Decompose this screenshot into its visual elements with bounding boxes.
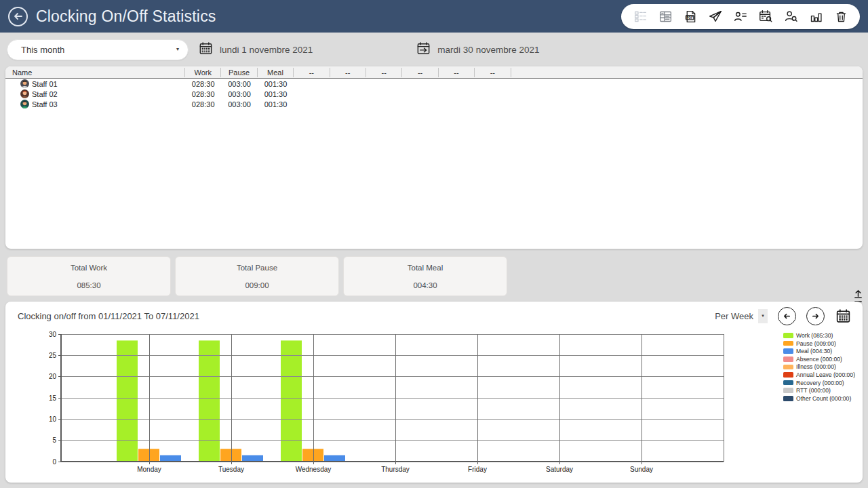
- table-row[interactable]: Staff 03028:30003:00001:30: [5, 99, 863, 109]
- legend-swatch: [783, 348, 793, 354]
- back-button[interactable]: [8, 7, 28, 26]
- legend-item-recovery: Recovery (000:00): [783, 380, 855, 386]
- legend-label: Absence (000:00): [796, 356, 842, 363]
- splitter-up-button[interactable]: [851, 288, 865, 300]
- svg-text:Friday: Friday: [468, 466, 487, 473]
- work-value: 028:30: [185, 90, 221, 98]
- column-header-extra-8[interactable]: --: [439, 68, 475, 77]
- svg-text:5: 5: [52, 436, 56, 444]
- chevron-down-icon: ▾: [758, 309, 768, 323]
- total-meal-value: 004:30: [344, 281, 507, 289]
- total-meal-card: Total Meal 004:30: [343, 256, 507, 296]
- next-period-button[interactable]: [806, 307, 825, 325]
- svg-text:Monday: Monday: [137, 466, 161, 473]
- send-icon[interactable]: [708, 9, 723, 24]
- legend-label: Work (085:30): [796, 332, 833, 339]
- meal-value: 001:30: [258, 80, 294, 88]
- view-select[interactable]: Per Week ▾: [715, 309, 768, 323]
- pause-value: 003:00: [221, 90, 257, 98]
- pause-value: 003:00: [221, 80, 257, 88]
- legend-swatch: [783, 388, 793, 393]
- legend-item-work: Work (085:30): [783, 332, 855, 339]
- table-row[interactable]: Staff 01028:30003:00001:30: [5, 79, 863, 89]
- svg-text:30: 30: [49, 331, 57, 338]
- legend-item-annual-leave: Annual Leave (000:00): [783, 371, 855, 378]
- legend-swatch: [783, 380, 793, 386]
- svg-text:Tuesday: Tuesday: [218, 466, 244, 473]
- column-header-pause[interactable]: Pause: [221, 68, 257, 77]
- legend-swatch: [783, 333, 793, 338]
- column-header-name[interactable]: Name: [5, 68, 185, 77]
- staff-avatar: [20, 89, 29, 98]
- total-pause-label: Total Pause: [176, 264, 338, 272]
- svg-text:Thursday: Thursday: [381, 466, 410, 473]
- column-header-meal[interactable]: Meal: [258, 68, 294, 77]
- column-header-extra-4[interactable]: --: [294, 68, 330, 77]
- column-header-filler: [511, 68, 863, 77]
- legend-item-other-count: Other Count (000:00): [783, 395, 855, 402]
- chart-title: Clocking on/off from 01/11/2021 To 07/11…: [18, 311, 199, 321]
- chart-bar: [242, 455, 263, 462]
- total-work-card: Total Work 085:30: [7, 256, 171, 296]
- staff-name: Staff 03: [32, 100, 58, 108]
- legend-swatch: [783, 396, 793, 401]
- chart-calendar-icon[interactable]: [835, 308, 852, 325]
- delete-icon[interactable]: [833, 9, 848, 24]
- chart-panel: Clocking on/off from 01/11/2021 To 07/11…: [5, 302, 863, 483]
- previous-period-button[interactable]: [778, 307, 796, 325]
- pdf-export-icon[interactable]: PDF: [683, 9, 698, 24]
- chevron-down-icon: ▾: [176, 47, 179, 52]
- staff-name: Staff 02: [32, 90, 58, 98]
- legend-item-illness: Illness (000:00): [783, 363, 855, 370]
- svg-text:PDF: PDF: [686, 16, 693, 19]
- legend-swatch: [783, 357, 793, 362]
- work-value: 028:30: [185, 100, 221, 108]
- total-work-label: Total Work: [7, 264, 170, 272]
- column-header-extra-7[interactable]: --: [402, 68, 438, 77]
- legend-label: Other Count (000:00): [796, 395, 851, 402]
- legend-item-meal: Meal (004:30): [783, 348, 855, 354]
- table-body: Staff 01028:30003:00001:30Staff 02028:30…: [5, 79, 863, 109]
- column-header-extra-5[interactable]: --: [330, 68, 366, 77]
- calendar-search-icon[interactable]: [758, 9, 773, 24]
- staff-table-panel: NameWorkPauseMeal------------ Staff 0102…: [5, 66, 863, 249]
- contact-list-icon[interactable]: [733, 9, 748, 24]
- pause-value: 003:00: [221, 100, 257, 108]
- calendar-icon: [198, 41, 214, 59]
- total-work-value: 085:30: [7, 281, 170, 289]
- legend-swatch: [783, 372, 793, 378]
- column-header-extra-6[interactable]: --: [366, 68, 402, 77]
- back-arrow-icon: [13, 11, 24, 22]
- period-select[interactable]: This month ▾: [7, 39, 189, 60]
- chart-controls: Per Week ▾: [715, 307, 852, 325]
- chart-legend: Work (085:30)Pause (009:00)Meal (004:30)…: [783, 332, 855, 402]
- table-row[interactable]: Staff 02028:30003:00001:30: [5, 89, 863, 99]
- start-date-label: lundi 1 novembre 2021: [220, 45, 313, 55]
- view-select-value: Per Week: [715, 311, 753, 321]
- chart-bar: [199, 340, 220, 462]
- chart-bar: [281, 340, 302, 462]
- legend-label: Illness (000:00): [796, 363, 836, 370]
- svg-text:20: 20: [49, 373, 57, 380]
- svg-text:10: 10: [49, 415, 57, 423]
- end-date-picker[interactable]: mardi 30 novembre 2021: [416, 41, 539, 59]
- svg-text:Saturday: Saturday: [546, 466, 573, 473]
- bar-chart-icon[interactable]: [808, 9, 823, 24]
- user-search-icon[interactable]: [783, 9, 798, 24]
- meal-value: 001:30: [258, 90, 294, 98]
- calendar-goto-icon: [416, 41, 431, 59]
- svg-text:25: 25: [49, 352, 57, 359]
- report-list-icon[interactable]: [633, 9, 648, 24]
- column-header-extra-9[interactable]: --: [475, 68, 511, 77]
- legend-swatch: [783, 341, 793, 346]
- chart-bar: [324, 455, 345, 462]
- legend-label: Meal (004:30): [796, 348, 832, 354]
- staff-avatar: [20, 79, 29, 88]
- filter-bar: This month ▾ lundi 1 novembre 2021 mardi…: [0, 33, 868, 66]
- chart-bar: [160, 455, 181, 462]
- table-view-icon[interactable]: [658, 9, 673, 24]
- column-header-work[interactable]: Work: [185, 68, 221, 77]
- start-date-picker[interactable]: lundi 1 novembre 2021: [198, 41, 313, 59]
- legend-label: Annual Leave (000:00): [796, 371, 855, 378]
- totals-row: Total Work 085:30 Total Pause 009:00 Tot…: [7, 256, 868, 296]
